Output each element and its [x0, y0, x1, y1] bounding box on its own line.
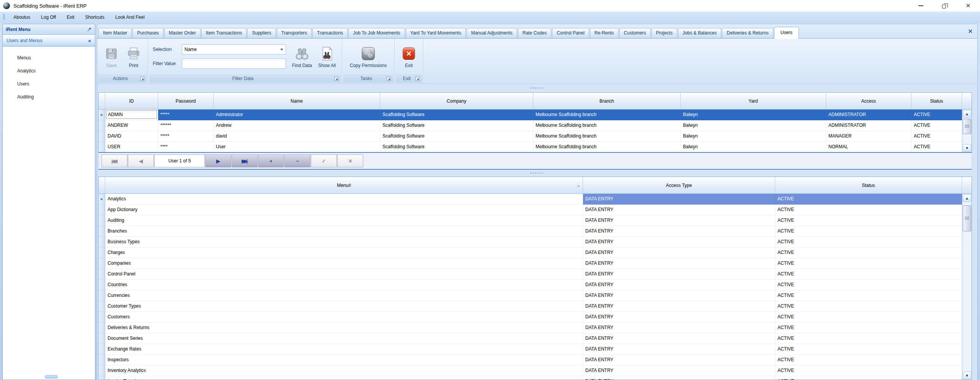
users-grid-cell-status[interactable]: ACTIVE — [911, 120, 962, 131]
users-grid-cell-branch[interactable]: Melbourne Scaffolding branch — [533, 142, 681, 152]
tab-item-master[interactable]: Item Master — [98, 28, 132, 38]
menus-grid-cell-access_type[interactable]: DATA ENTRY — [583, 237, 775, 247]
menus-grid-cell-status[interactable]: ACTIVE — [775, 237, 962, 247]
users-grid-cell-id[interactable]: USER — [105, 142, 158, 152]
table-row[interactable]: Inventory AnalyticsDATA ENTRYACTIVE — [99, 365, 962, 376]
menus-grid-cell-menu[interactable]: Auditing — [105, 215, 583, 226]
users-grid-cell-name[interactable]: Administrator — [214, 110, 380, 120]
users-grid-column-header-yard[interactable]: Yard — [681, 93, 826, 110]
dialog-launcher-icon[interactable] — [387, 77, 391, 81]
tab-deliveries-returns[interactable]: Deliveries & Returns — [722, 28, 773, 38]
menus-grid-cell-access_type[interactable]: DATA ENTRY — [583, 247, 775, 258]
users-grid-cell-yard[interactable]: Balwyn — [681, 120, 826, 131]
menu-item-exit[interactable]: Exit — [61, 13, 80, 22]
table-row[interactable]: Document SeriesDATA ENTRYACTIVE — [99, 333, 962, 344]
menus-grid-cell-access_type[interactable]: DATA ENTRY — [583, 205, 775, 215]
users-grid-cell-access[interactable]: ADMINISTRATOR — [826, 120, 911, 131]
sidebar-item-auditing[interactable]: Auditing — [3, 90, 95, 103]
menus-grid-cell-menu[interactable]: Deliveries & Returns — [105, 323, 583, 333]
table-row[interactable]: CustomersDATA ENTRYACTIVE — [99, 312, 962, 323]
sidebar-item-analytics[interactable]: Analytics — [3, 64, 95, 77]
menus-grid-cell-access_type[interactable]: DATA ENTRY — [583, 344, 775, 355]
tab-rate-codes[interactable]: Rate Codes — [518, 28, 551, 38]
table-row[interactable]: ▸ADMIN*****AdministratorScaffolding Soft… — [99, 110, 962, 120]
sidebar-group-users-and-menus[interactable]: Users and Menus « — [3, 35, 95, 47]
print-button[interactable]: Print — [122, 45, 145, 68]
menus-grid-cell-menu[interactable]: Customer Types — [105, 301, 583, 312]
tab-users[interactable]: Users — [774, 27, 799, 39]
menus-grid-cell-menu[interactable]: Inventory Analytics — [105, 365, 583, 376]
table-row[interactable]: AuditingDATA ENTRYACTIVE — [99, 215, 962, 226]
menus-grid-cell-access_type[interactable]: DATA ENTRY — [583, 312, 775, 323]
menus-grid-cell-menu[interactable]: Analytics — [105, 194, 583, 205]
users-grid-column-header-name[interactable]: Name — [214, 93, 380, 110]
users-grid-cell-status[interactable]: ACTIVE — [911, 131, 962, 142]
users-grid-column-header-access[interactable]: Access — [826, 93, 911, 110]
menus-grid-cell-access_type[interactable]: DATA ENTRY — [583, 323, 775, 333]
table-row[interactable]: Invoice TemplatesDATA ENTRYACTIVE — [99, 376, 962, 380]
scroll-up-icon[interactable]: ▲ — [963, 194, 971, 202]
close-button[interactable]: ✕ — [956, 0, 980, 11]
menus-grid-cell-status[interactable]: ACTIVE — [775, 226, 962, 237]
users-grid-vscrollbar[interactable]: ▲ ▼ — [962, 110, 972, 152]
users-grid-cell-access[interactable]: ADMINISTRATOR — [826, 110, 911, 120]
tab-projects[interactable]: Projects — [652, 28, 677, 38]
users-grid-cell-access[interactable]: NORMAL — [826, 142, 911, 152]
scrollbar-track[interactable] — [962, 202, 972, 371]
table-row[interactable]: DAVID*****davidScaffolding SoftwareMelbo… — [99, 131, 962, 142]
tab-jobs-balances[interactable]: Jobs & Balances — [678, 28, 721, 38]
menus-grid-cell-access_type[interactable]: DATA ENTRY — [583, 215, 775, 226]
users-grid-cell-branch[interactable]: Melbourne Scaffolding branch — [533, 131, 681, 142]
table-row[interactable]: InspectorsDATA ENTRYACTIVE — [99, 355, 962, 365]
selection-combobox[interactable]: Name — [182, 44, 286, 54]
menus-grid-column-header-access-type[interactable]: Access Type — [583, 177, 775, 194]
exit-button[interactable]: ✕ Exit — [398, 45, 420, 68]
menus-grid-cell-access_type[interactable]: DATA ENTRY — [583, 355, 775, 365]
menus-grid-cell-status[interactable]: ACTIVE — [775, 280, 962, 290]
tab-master-order[interactable]: Master Order — [164, 28, 201, 38]
menus-grid-cell-access_type[interactable]: DATA ENTRY — [583, 280, 775, 290]
minimize-button[interactable] — [909, 0, 933, 11]
tab-control-panel[interactable]: Control Panel — [552, 28, 589, 38]
tab-manual-adjustments[interactable]: Manual Adjustments — [467, 28, 517, 38]
table-row[interactable]: CountriesDATA ENTRYACTIVE — [99, 280, 962, 290]
table-row[interactable]: Customer TypesDATA ENTRYACTIVE — [99, 301, 962, 312]
menus-grid-cell-menu[interactable]: Charges — [105, 247, 583, 258]
save-button[interactable]: Save — [100, 45, 122, 68]
scrollbar-thumb[interactable] — [963, 205, 971, 231]
users-grid-cell-password[interactable]: **** — [158, 142, 214, 152]
menus-grid-cell-access_type[interactable]: DATA ENTRY — [583, 290, 775, 301]
sidebar-item-users[interactable]: Users — [3, 77, 95, 90]
users-grid-cell-company[interactable]: Scaffolding Software — [380, 131, 533, 142]
users-grid-cell-status[interactable]: ACTIVE — [911, 142, 962, 152]
tab-item-transactions[interactable]: Item Transactions — [201, 28, 247, 38]
menus-grid-cell-status[interactable]: ACTIVE — [775, 333, 962, 344]
menus-grid-cell-access_type[interactable]: DATA ENTRY — [583, 269, 775, 280]
tab-suppliers[interactable]: Suppliers — [247, 28, 276, 38]
users-grid-column-header-branch[interactable]: Branch — [533, 93, 681, 110]
scrollbar-thumb[interactable] — [963, 119, 971, 134]
menu-item-look-and-feel[interactable]: Look And Feel — [110, 13, 150, 22]
menus-grid-cell-status[interactable]: ACTIVE — [775, 376, 962, 380]
navigator-first-button[interactable]: |◀◀ — [101, 154, 127, 167]
users-grid-cell-name[interactable]: david — [214, 131, 380, 142]
dialog-launcher-icon[interactable] — [334, 77, 338, 81]
table-row[interactable]: ChargesDATA ENTRYACTIVE — [99, 247, 962, 258]
menus-grid-cell-menu[interactable]: Countries — [105, 280, 583, 290]
menu-grip-handle[interactable] — [3, 14, 5, 20]
copy-permissions-button[interactable]: Copy Permissions — [345, 45, 391, 68]
restore-button[interactable] — [933, 0, 956, 11]
users-grid-cell-yard[interactable]: Balwyn — [681, 131, 826, 142]
table-row[interactable]: CurrenciesDATA ENTRYACTIVE — [99, 290, 962, 301]
menus-grid-vscrollbar[interactable]: ▲ ▼ — [962, 194, 972, 380]
menus-grid-cell-access_type[interactable]: DATA ENTRY — [583, 226, 775, 237]
users-grid-column-header-id[interactable]: ID — [105, 93, 158, 110]
menus-grid-column-header-menu[interactable]: Menu#▲ — [105, 177, 583, 194]
users-grid-cell-id[interactable]: ADMIN — [105, 110, 158, 120]
tab-purchases[interactable]: Purchases — [132, 28, 163, 38]
users-grid-column-header-status[interactable]: Status — [911, 93, 962, 110]
filter-value-input[interactable] — [182, 59, 286, 69]
table-row[interactable]: Business TypesDATA ENTRYACTIVE — [99, 237, 962, 247]
scrollbar-track[interactable] — [962, 118, 972, 144]
table-row[interactable]: BranchesDATA ENTRYACTIVE — [99, 226, 962, 237]
